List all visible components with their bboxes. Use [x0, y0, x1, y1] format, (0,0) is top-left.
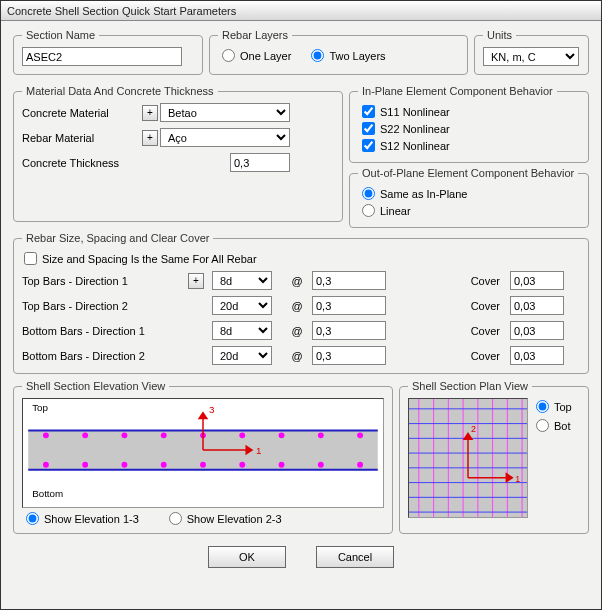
svg-point-14	[82, 462, 88, 468]
bar-row-label: Top Bars - Direction 2	[22, 300, 182, 312]
axis3-label: 3	[209, 404, 215, 415]
svg-point-16	[161, 462, 167, 468]
concrete-material-select[interactable]: Betao	[160, 103, 290, 122]
svg-point-19	[279, 462, 285, 468]
inplane-behavior-group: In-Plane Element Component Behavior S11 …	[349, 85, 589, 163]
plan-top-radio[interactable]: Top	[536, 400, 572, 413]
at-symbol: @	[288, 350, 306, 362]
concrete-thickness-input[interactable]	[230, 153, 290, 172]
rebar-size-group: Rebar Size, Spacing and Clear Cover Size…	[13, 232, 589, 374]
s22-checkbox-input[interactable]	[362, 122, 375, 135]
rebar-two-layers-radio[interactable]: Two Layers	[311, 49, 385, 62]
svg-point-20	[318, 462, 324, 468]
svg-point-15	[122, 462, 128, 468]
rebar-material-select[interactable]: Aço	[160, 128, 290, 147]
inplane-legend: In-Plane Element Component Behavior	[358, 85, 557, 97]
svg-point-4	[43, 432, 49, 438]
same-as-inplane-radio[interactable]: Same as In-Plane	[362, 187, 576, 200]
plan-canvas: 1 2	[408, 398, 528, 518]
add-bar-size-button[interactable]: +	[188, 273, 204, 289]
rebar-layers-legend: Rebar Layers	[218, 29, 292, 41]
s11-checkbox-input[interactable]	[362, 105, 375, 118]
outplane-legend: Out-of-Plane Element Component Behavior	[358, 167, 578, 179]
at-symbol: @	[288, 300, 306, 312]
bar-spacing-input[interactable]	[312, 271, 386, 290]
cover-label: Cover	[464, 275, 504, 287]
same-all-label: Size and Spacing Is the Same For All Reb…	[42, 253, 257, 265]
cover-label: Cover	[464, 350, 504, 362]
same-radio-input[interactable]	[362, 187, 375, 200]
s11-check[interactable]: S11 Nonlinear	[362, 105, 576, 118]
show-elev-23-radio[interactable]: Show Elevation 2-3	[169, 512, 282, 525]
same-all-check[interactable]: Size and Spacing Is the Same For All Reb…	[24, 252, 578, 265]
s11-label: S11 Nonlinear	[380, 106, 450, 118]
svg-point-11	[318, 432, 324, 438]
svg-point-5	[82, 432, 88, 438]
concrete-thickness-label: Concrete Thickness	[22, 157, 142, 169]
plan-bot-radio-input[interactable]	[536, 419, 549, 432]
elevation-view-group: Shell Section Elevation View Top	[13, 380, 393, 534]
units-select[interactable]: KN, m, C	[483, 47, 579, 66]
units-legend: Units	[483, 29, 516, 41]
bar-spacing-input[interactable]	[312, 346, 386, 365]
add-rebar-material-button[interactable]: +	[142, 130, 158, 146]
bar-size-select[interactable]: 20d	[212, 296, 272, 315]
linear-radio-input[interactable]	[362, 204, 375, 217]
s12-checkbox-input[interactable]	[362, 139, 375, 152]
elev23-radio-input[interactable]	[169, 512, 182, 525]
rebar-size-legend: Rebar Size, Spacing and Clear Cover	[22, 232, 213, 244]
bar-row-label: Top Bars - Direction 1	[22, 275, 182, 287]
section-name-group: Section Name	[13, 29, 203, 75]
cover-input[interactable]	[510, 346, 564, 365]
same-all-checkbox-input[interactable]	[24, 252, 37, 265]
two-layers-radio-input[interactable]	[311, 49, 324, 62]
plan-bot-radio[interactable]: Bot	[536, 419, 572, 432]
svg-point-10	[279, 432, 285, 438]
linear-radio[interactable]: Linear	[362, 204, 576, 217]
show-elev-13-radio[interactable]: Show Elevation 1-3	[26, 512, 139, 525]
one-layer-label: One Layer	[240, 50, 291, 62]
rebar-one-layer-radio[interactable]: One Layer	[222, 49, 291, 62]
cancel-button[interactable]: Cancel	[316, 546, 394, 568]
material-data-group: Material Data And Concrete Thickness Con…	[13, 85, 343, 222]
elev-bottom-label: Bottom	[32, 488, 63, 499]
bar-spacing-input[interactable]	[312, 296, 386, 315]
bar-row-label: Bottom Bars - Direction 2	[22, 350, 182, 362]
bar-size-select[interactable]: 8d	[212, 321, 272, 340]
cover-input[interactable]	[510, 271, 564, 290]
rebar-layers-group: Rebar Layers One Layer Two Layers	[209, 29, 468, 75]
at-symbol: @	[288, 325, 306, 337]
units-group: Units KN, m, C	[474, 29, 589, 75]
elevation-canvas: Top 1 3 Bottom	[22, 398, 384, 508]
plan-bot-label: Bot	[554, 420, 571, 432]
cover-input[interactable]	[510, 296, 564, 315]
svg-point-21	[357, 462, 363, 468]
plan-top-label: Top	[554, 401, 572, 413]
bar-size-select[interactable]: 8d	[212, 271, 272, 290]
s22-label: S22 Nonlinear	[380, 123, 450, 135]
linear-label: Linear	[380, 205, 411, 217]
s22-check[interactable]: S22 Nonlinear	[362, 122, 576, 135]
plan-top-radio-input[interactable]	[536, 400, 549, 413]
cover-input[interactable]	[510, 321, 564, 340]
bar-size-select[interactable]: 20d	[212, 346, 272, 365]
elev-top-label: Top	[32, 402, 48, 413]
elev13-radio-input[interactable]	[26, 512, 39, 525]
bar-spacing-input[interactable]	[312, 321, 386, 340]
svg-point-18	[239, 462, 245, 468]
dialog-content: Section Name Rebar Layers One Layer Two …	[1, 21, 601, 609]
plan-view-group: Shell Section Plan View	[399, 380, 589, 534]
s12-label: S12 Nonlinear	[380, 140, 450, 152]
add-concrete-material-button[interactable]: +	[142, 105, 158, 121]
section-name-input[interactable]	[22, 47, 182, 66]
at-symbol: @	[288, 275, 306, 287]
ok-button[interactable]: OK	[208, 546, 286, 568]
elev23-label: Show Elevation 2-3	[187, 513, 282, 525]
outplane-behavior-group: Out-of-Plane Element Component Behavior …	[349, 167, 589, 228]
svg-point-17	[200, 462, 206, 468]
one-layer-radio-input[interactable]	[222, 49, 235, 62]
two-layers-label: Two Layers	[329, 50, 385, 62]
cover-label: Cover	[464, 300, 504, 312]
s12-check[interactable]: S12 Nonlinear	[362, 139, 576, 152]
svg-point-7	[161, 432, 167, 438]
